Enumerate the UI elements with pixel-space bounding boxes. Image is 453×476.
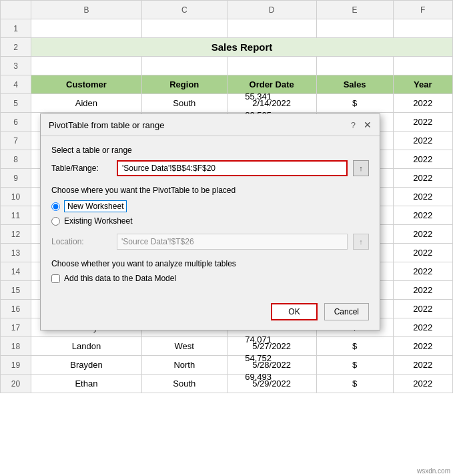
- watermark: wsxdn.com: [417, 467, 450, 475]
- add-data-model-label: Add this data to the Data Model: [64, 274, 176, 283]
- cell-f18[interactable]: 2022: [393, 337, 452, 356]
- row-header-8: 8: [1, 150, 31, 169]
- new-worksheet-label: New Worksheet: [64, 200, 127, 212]
- location-collapse-button[interactable]: ↑: [353, 234, 369, 250]
- row-header-1: 1: [1, 19, 31, 38]
- cell-c20[interactable]: South: [141, 375, 227, 393]
- existing-worksheet-radio-item[interactable]: Existing Worksheet: [51, 216, 369, 226]
- cell-b5[interactable]: Aiden: [31, 94, 141, 113]
- cell-f15[interactable]: 2022: [393, 281, 452, 300]
- dialog-title: PivotTable from table or range: [49, 120, 164, 130]
- placement-radio-group: New Worksheet Existing Worksheet: [51, 200, 369, 226]
- title-cell: Sales Report: [31, 38, 452, 57]
- close-icon[interactable]: ✕: [364, 120, 372, 130]
- sales-value-5: 55,341: [217, 87, 277, 105]
- select-range-label: Select a table or range: [51, 146, 369, 155]
- analyze-section: Choose whether you want to analyze multi…: [51, 259, 369, 283]
- cell-e3[interactable]: [316, 57, 393, 75]
- sales-value-20: 69,493: [217, 367, 277, 386]
- col-header-c[interactable]: C: [141, 1, 227, 19]
- cell-f16[interactable]: 2022: [393, 300, 452, 318]
- location-label: Location:: [51, 237, 111, 246]
- cell-e1[interactable]: [316, 19, 393, 38]
- col-header-e[interactable]: E: [316, 1, 393, 19]
- dialog-titlebar: PivotTable from table or range ? ✕: [41, 114, 380, 136]
- cell-f3[interactable]: [393, 57, 452, 75]
- row-header-16: 16: [1, 300, 31, 318]
- table-range-input[interactable]: [117, 160, 348, 176]
- cell-b18[interactable]: Landon: [31, 337, 141, 356]
- existing-worksheet-radio[interactable]: [51, 217, 60, 226]
- row-header-7: 7: [1, 132, 31, 150]
- pivot-dialog: PivotTable from table or range ? ✕ Selec…: [40, 113, 380, 330]
- cell-f9[interactable]: 2022: [393, 169, 452, 188]
- cell-f20[interactable]: 2022: [393, 375, 452, 393]
- cell-f12[interactable]: 2022: [393, 225, 452, 244]
- new-worksheet-radio-item[interactable]: New Worksheet: [51, 200, 369, 212]
- col-header-d[interactable]: D: [227, 1, 316, 19]
- row-header-11: 11: [1, 206, 31, 225]
- location-row: Location: ↑: [51, 234, 369, 250]
- sales-value-19: 54,752: [217, 348, 277, 367]
- placement-label: Choose where you want the PivotTable to …: [51, 186, 369, 195]
- cancel-button[interactable]: Cancel: [324, 303, 369, 320]
- table-range-label: Table/Range:: [51, 164, 111, 173]
- cell-b20[interactable]: Ethan: [31, 375, 141, 393]
- table-range-row: Table/Range: ↑: [51, 160, 369, 176]
- cell-f5[interactable]: 2022: [393, 94, 452, 113]
- row-header-6: 6: [1, 113, 31, 132]
- row-header-5: 5: [1, 94, 31, 113]
- cell-f6[interactable]: 2022: [393, 113, 452, 132]
- row-header-10: 10: [1, 188, 31, 206]
- add-data-model-row: Add this data to the Data Model: [51, 274, 369, 283]
- sales-value-18: 74,071: [217, 330, 277, 348]
- cell-f7[interactable]: 2022: [393, 132, 452, 150]
- collapse-icon: ↑: [359, 164, 363, 172]
- help-icon[interactable]: ?: [351, 120, 356, 130]
- cell-e18[interactable]: $: [316, 337, 393, 356]
- cell-b1[interactable]: [31, 19, 141, 38]
- cell-c18[interactable]: West: [141, 337, 227, 356]
- cell-f10[interactable]: 2022: [393, 188, 452, 206]
- ok-button[interactable]: OK: [271, 303, 317, 320]
- cell-f14[interactable]: 2022: [393, 262, 452, 281]
- range-collapse-button[interactable]: ↑: [353, 160, 369, 176]
- dialog-body: Select a table or range Table/Range: ↑ C…: [41, 136, 380, 303]
- row-header-15: 15: [1, 281, 31, 300]
- row-header-4: 4: [1, 75, 31, 94]
- location-collapse-icon: ↑: [359, 238, 363, 246]
- header-customer: Customer: [31, 75, 141, 94]
- cell-c1[interactable]: [141, 19, 227, 38]
- row-header-19: 19: [1, 356, 31, 375]
- row-header-3: 3: [1, 57, 31, 75]
- location-input[interactable]: [117, 234, 348, 250]
- cell-c5[interactable]: South: [141, 94, 227, 113]
- header-region: Region: [141, 75, 227, 94]
- cell-f1[interactable]: [393, 19, 452, 38]
- cell-b19[interactable]: Brayden: [31, 356, 141, 375]
- cell-f19[interactable]: 2022: [393, 356, 452, 375]
- cell-b3[interactable]: [31, 57, 141, 75]
- dialog-controls: ? ✕: [351, 120, 372, 130]
- row-header-9: 9: [1, 169, 31, 188]
- corner-header: [1, 1, 31, 19]
- cell-f8[interactable]: 2022: [393, 150, 452, 169]
- cell-c3[interactable]: [141, 57, 227, 75]
- add-data-model-checkbox[interactable]: [51, 274, 60, 283]
- col-header-b[interactable]: B: [31, 1, 141, 19]
- cell-e5[interactable]: $: [316, 94, 393, 113]
- cell-e19[interactable]: $: [316, 356, 393, 375]
- existing-worksheet-label: Existing Worksheet: [64, 216, 133, 226]
- row-header-18: 18: [1, 337, 31, 356]
- row-header-14: 14: [1, 262, 31, 281]
- cell-d1[interactable]: [227, 19, 316, 38]
- cell-f13[interactable]: 2022: [393, 244, 452, 262]
- new-worksheet-radio[interactable]: [51, 202, 60, 211]
- cell-e20[interactable]: $: [316, 375, 393, 393]
- cell-f17[interactable]: 2022: [393, 318, 452, 337]
- cell-f11[interactable]: 2022: [393, 206, 452, 225]
- cell-d3[interactable]: [227, 57, 316, 75]
- header-sales: Sales: [316, 75, 393, 94]
- col-header-f[interactable]: F: [393, 1, 452, 19]
- cell-c19[interactable]: North: [141, 356, 227, 375]
